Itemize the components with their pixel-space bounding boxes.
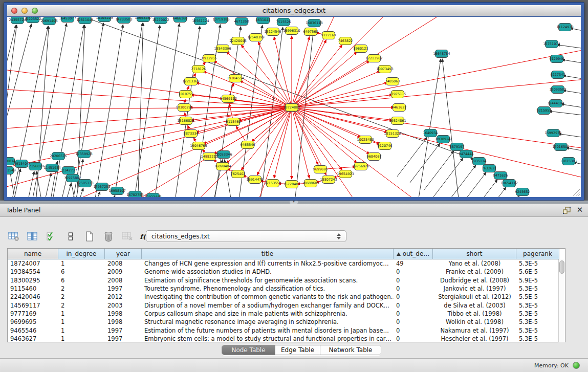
table-row[interactable]: 1830029562008Estimation of significance … [8,276,565,285]
row-height-icon[interactable] [64,230,77,243]
graph-node[interactable]: 17975115 [389,91,406,98]
graph-node[interactable]: 10025488 [357,136,374,144]
table-row[interactable]: 2242004622012Investigating the contribut… [8,293,565,301]
graph-node[interactable]: 10973493 [376,65,393,73]
graph-node[interactable]: 7515526 [276,18,291,26]
graph-node[interactable]: 6497568 [303,28,318,36]
memory-ok-icon[interactable] [573,362,580,369]
graph-node[interactable]: 16099484 [214,163,231,170]
graph-node[interactable]: 1640934 [423,129,438,137]
graph-node[interactable]: 18151322 [384,130,401,138]
table-row[interactable]: 977716911998Corpus callosum shape and si… [8,310,565,318]
graph-node[interactable]: 9463627 [392,104,407,112]
graph-node[interactable]: 12213369 [182,78,199,85]
graph-node[interactable]: 6466160 [173,17,188,23]
graph-node[interactable]: 10688609 [302,180,319,187]
graph-node[interactable]: 9777169 [321,32,336,39]
close-panel-icon[interactable]: ✕ [576,206,584,214]
graph-node[interactable]: 20053346 [215,151,232,159]
table-row[interactable]: 911546021997Tourette syndrome. Phenomeno… [8,285,565,293]
graph-node[interactable]: 16836118 [306,19,322,27]
graph-node[interactable]: 10331549 [7,167,16,174]
column-header-short[interactable]: short [433,249,516,259]
tab-edge-table[interactable]: Edge Table [275,345,320,355]
graph-node[interactable]: 9245652 [515,188,530,196]
tab-network-table[interactable]: Network Table [320,345,381,355]
graph-node[interactable]: 12505133 [76,180,93,187]
graph-node[interactable]: 9227343 [551,71,565,79]
graph-node[interactable]: 8631041 [256,17,271,24]
window-titlebar[interactable]: citations_edges.txt [7,5,581,16]
graph-node[interactable]: 17957253 [93,183,110,191]
graph-node[interactable]: 7463822 [338,37,353,45]
graph-node[interactable]: 12548399 [247,34,264,41]
graph-node[interactable]: 16453077 [59,17,76,23]
graph-node[interactable]: 4671358 [234,18,249,26]
graph-node[interactable]: 10654112 [500,180,517,187]
graph-node[interactable]: 9465546 [241,141,255,149]
table-row[interactable]: 1938455462009Genome-wide association stu… [8,268,565,276]
delete-trash-icon[interactable] [102,230,115,243]
graph-node[interactable]: 8873334 [184,130,199,138]
graph-node[interactable]: 16561124 [192,17,209,25]
graph-node[interactable]: 9215955 [537,107,552,115]
graph-node[interactable]: 19756928 [352,163,369,170]
column-header-pagerank[interactable]: pagerank [516,249,559,259]
column-header-title[interactable]: title [142,249,394,259]
graph-node[interactable]: 19654923 [337,170,354,178]
graph-node[interactable]: 9120746 [378,142,393,150]
graph-node[interactable]: 16958107 [108,187,125,195]
graph-node[interactable]: 10719185 [212,17,229,24]
graph-node[interactable]: 16648784 [433,50,450,58]
graph-node[interactable]: 19046766 [190,142,207,150]
graph-node[interactable]: 10653287 [135,17,151,22]
column-header-out_de[interactable]: out_de… [394,249,433,259]
table-row[interactable]: 969969511998Structural magnetic resonanc… [8,318,565,326]
table-row[interactable]: 946362711997Embryonic stem cells: a mode… [8,335,565,343]
table-scrollbar[interactable] [558,259,565,342]
graph-node[interactable]: 8471626 [493,172,508,180]
graph-node[interactable]: 14569117 [220,95,236,103]
graph-node[interactable]: 22420046 [229,37,246,45]
graph-node[interactable]: 18724007 [283,104,300,112]
graph-node[interactable]: 12156829 [27,163,43,170]
graph-node[interactable]: 12923448 [144,193,161,198]
float-panel-icon[interactable] [563,207,571,214]
graph-node[interactable]: 7485063 [385,78,400,85]
table-row[interactable]: 946554611997Estimation of the future num… [8,326,565,334]
graph-node[interactable]: 15166825 [177,117,194,125]
select-columns-checks-icon[interactable] [45,230,58,243]
graph-node[interactable]: 12153559 [264,180,281,187]
graph-node[interactable]: 9699695 [313,166,328,173]
graph-node[interactable]: 7632621 [482,165,497,172]
graph-node[interactable]: 12444194 [547,100,564,107]
graph-node[interactable]: 15124549 [264,28,281,36]
graph-node[interactable]: 20691406 [40,17,57,25]
graph-node[interactable]: 14733503 [115,17,132,24]
graph-node[interactable]: 24355724 [9,17,26,24]
graph-node[interactable]: 16914479 [246,176,263,184]
graph-node[interactable]: 12093582 [549,86,566,94]
graph-node[interactable]: 12811044 [76,17,93,24]
graph-node[interactable]: 17359928 [75,150,92,158]
graph-node[interactable]: 15270022 [152,17,169,24]
graph-node[interactable]: 11124938 [556,24,573,31]
graph-node[interactable]: 11875301 [560,158,577,165]
graph-node[interactable]: 16782753 [126,191,143,198]
graph-node[interactable]: 1010755 [179,91,193,98]
graph-node[interactable]: 2718126 [191,65,206,73]
graph-node[interactable]: 7625402 [231,170,246,178]
column-header-name[interactable]: name [8,249,58,259]
table-row[interactable]: 1456911722003Disruption of a novel membe… [8,301,565,309]
graph-node[interactable]: 11451934 [43,164,60,172]
graph-node[interactable]: 12342737 [60,167,77,174]
graph-node[interactable]: 20206576 [50,152,67,160]
column-header-year[interactable]: year [105,249,142,259]
graph-node[interactable]: 9129946 [550,55,564,63]
graph-node[interactable]: 19384554 [227,75,244,82]
graph-node[interactable]: 17016504 [552,143,569,151]
new-document-icon[interactable] [83,230,96,243]
network-canvas[interactable]: 16996310 15124549 12548399 22420046 1854… [7,17,581,197]
graph-node[interactable]: 18104229 [96,17,113,22]
table-select-dropdown[interactable]: citations_edges.txt [146,230,346,242]
